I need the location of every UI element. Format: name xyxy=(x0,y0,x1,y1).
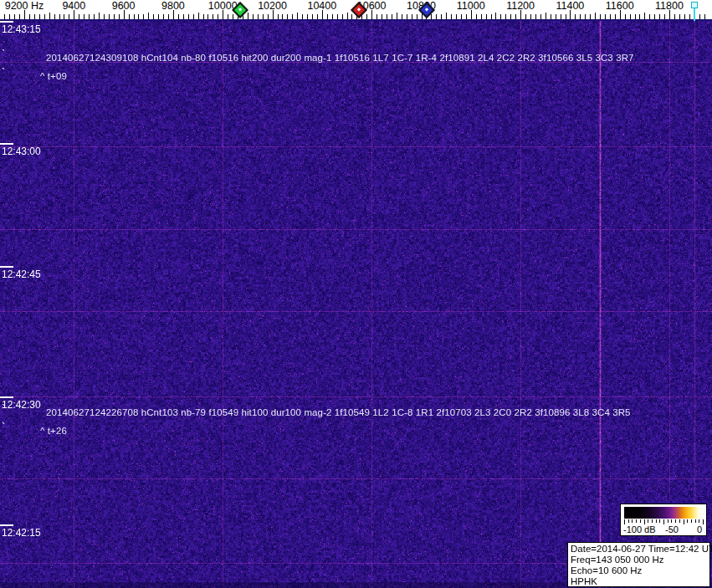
frequency-tick xyxy=(39,14,40,19)
db-tick xyxy=(675,519,676,523)
frequency-tick xyxy=(34,14,35,19)
frequency-tick xyxy=(436,14,437,19)
frequency-tick xyxy=(510,14,511,19)
db-tick xyxy=(652,519,653,523)
info-date-time: Date=2014-06-27 Time=12:42 UTC xyxy=(571,544,709,555)
frequency-tick xyxy=(278,14,279,19)
frequency-tick xyxy=(392,14,392,19)
db-min-label: -100 dB xyxy=(623,524,656,534)
frequency-tick xyxy=(417,14,417,19)
frequency-tick xyxy=(89,14,90,19)
frequency-tick xyxy=(148,13,149,19)
time-axis-label: 12:42:30 xyxy=(2,399,41,411)
db-tick xyxy=(640,519,641,523)
frequency-tick xyxy=(441,14,442,19)
frequency-tick xyxy=(168,14,169,19)
db-tick xyxy=(703,519,704,524)
frequency-tick xyxy=(263,14,264,19)
frequency-tick xyxy=(659,14,660,19)
frequency-axis-label: 11800 xyxy=(655,0,684,12)
frequency-tick xyxy=(481,14,482,19)
frequency-tick xyxy=(332,14,333,19)
frequency-tick xyxy=(268,14,269,19)
event2-detection-text: 20140627124226708 hCnt103 nb-79 f10549 h… xyxy=(46,407,631,417)
frequency-tick xyxy=(649,14,650,19)
frequency-axis-label: 9400 xyxy=(62,0,85,12)
frequency-tick xyxy=(689,14,690,19)
event1-left-tick-top: ` xyxy=(2,51,5,58)
frequency-tick xyxy=(580,14,581,19)
frequency-tick xyxy=(387,14,387,19)
frequency-tick xyxy=(590,14,591,19)
frequency-tick xyxy=(198,13,199,19)
info-frequency: Freq=143 050 000 Hz xyxy=(571,555,709,565)
frequency-axis-label: 11000 xyxy=(457,0,485,12)
frequency-tick xyxy=(500,14,501,19)
frequency-tick xyxy=(347,13,348,19)
frequency-tick xyxy=(535,14,536,19)
frequency-tick xyxy=(14,14,15,19)
frequency-tick xyxy=(282,14,283,19)
frequency-axis-label: 11400 xyxy=(556,0,584,12)
frequency-tick xyxy=(207,14,208,19)
observation-info-box: Date=2014-06-27 Time=12:42 UTC Freq=143 … xyxy=(567,542,710,587)
frequency-axis-label: 9200 Hz xyxy=(5,0,44,12)
frequency-tick xyxy=(153,14,154,19)
frequency-tick xyxy=(644,13,645,19)
frequency-tick xyxy=(610,14,611,19)
db-tick xyxy=(691,519,692,523)
frequency-tick xyxy=(525,14,526,19)
info-station: HPHK xyxy=(571,576,709,587)
frequency-tick xyxy=(575,14,576,19)
frequency-tick xyxy=(233,14,233,19)
frequency-tick xyxy=(639,14,640,19)
frequency-tick xyxy=(317,14,318,19)
frequency-tick xyxy=(193,14,194,19)
frequency-tick xyxy=(407,14,407,19)
frequency-tick xyxy=(94,14,95,19)
frequency-tick xyxy=(505,14,506,19)
frequency-tick xyxy=(138,14,139,19)
db-tick xyxy=(656,519,657,523)
time-tick xyxy=(0,396,13,398)
frequency-tick xyxy=(546,13,546,19)
frequency-tick xyxy=(84,14,85,19)
db-gradient-bar xyxy=(624,507,703,519)
event1-left-tick-bottom: ` xyxy=(2,69,5,76)
cyan-cursor-handle[interactable] xyxy=(691,2,698,8)
cyan-frequency-cursor[interactable] xyxy=(694,7,695,21)
time-tick xyxy=(0,21,13,23)
frequency-tick xyxy=(566,14,566,19)
frequency-tick xyxy=(188,14,189,19)
db-tick xyxy=(648,519,648,523)
frequency-tick xyxy=(515,14,516,19)
frequency-tick xyxy=(292,14,293,19)
frequency-tick xyxy=(342,14,343,19)
spectrogram-canvas[interactable] xyxy=(0,21,712,588)
db-tick xyxy=(668,519,668,523)
frequency-tick xyxy=(9,14,10,19)
db-tick xyxy=(695,519,696,523)
frequency-tick xyxy=(54,14,55,19)
frequency-tick xyxy=(486,14,487,19)
frequency-tick xyxy=(595,13,596,19)
frequency-tick xyxy=(79,14,79,19)
frequency-tick xyxy=(451,14,452,19)
frequency-tick xyxy=(203,14,204,19)
frequency-axis-label: 10200 xyxy=(258,0,287,12)
frequency-tick xyxy=(654,14,655,19)
frequency-tick xyxy=(49,13,50,19)
frequency-tick xyxy=(366,14,367,19)
db-tick xyxy=(628,519,629,523)
frequency-tick xyxy=(456,14,457,19)
db-tick xyxy=(663,519,664,524)
db-tick xyxy=(671,519,672,523)
db-tick xyxy=(659,519,660,523)
time-axis-label: 12:43:15 xyxy=(2,23,41,35)
frequency-tick xyxy=(495,13,496,19)
frequency-tick xyxy=(4,14,5,19)
event2-left-tick-bottom: ` xyxy=(2,424,5,431)
event2-time-offset: ^ t+26 xyxy=(40,426,67,436)
frequency-tick xyxy=(302,14,303,19)
frequency-tick xyxy=(684,14,685,19)
